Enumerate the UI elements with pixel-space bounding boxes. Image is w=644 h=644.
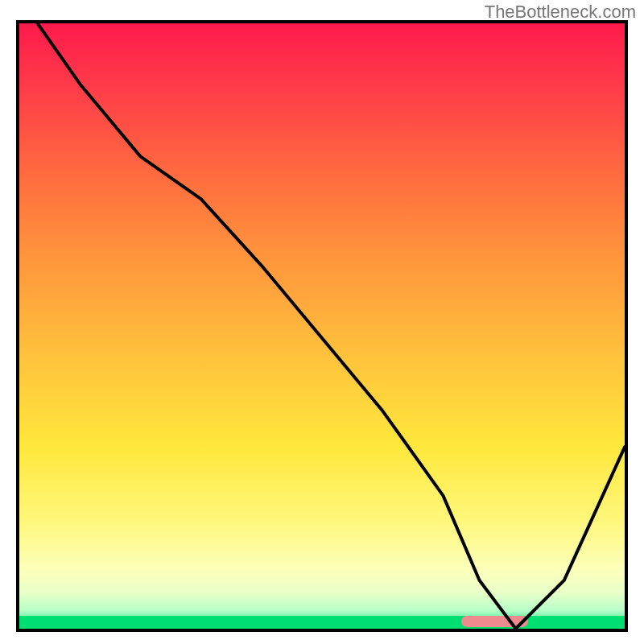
bottleneck-curve [38,23,625,629]
curve-svg [19,23,625,629]
chart-container: TheBottleneck.com [0,0,644,644]
plot-frame [16,20,628,632]
watermark-text: TheBottleneck.com [485,2,636,23]
